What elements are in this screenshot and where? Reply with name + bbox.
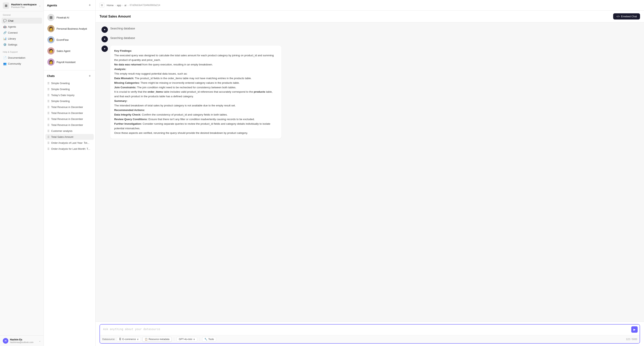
user-profile[interactable]: H Hashim Ea hashimea@outlook.com ⌄ xyxy=(0,336,44,346)
workspace-info: Hashim's workspace Premium Plan xyxy=(11,3,37,8)
community-icon: 👥 xyxy=(3,62,6,65)
paragraph-2: No data was returned from the query exec… xyxy=(114,63,213,66)
chat-content: ✦ Searching database ✦ Searching databas… xyxy=(96,22,644,322)
chat-item-label: Simple Greeting xyxy=(51,100,70,103)
send-button[interactable]: ▶ xyxy=(631,326,638,333)
general-label: General xyxy=(0,11,44,17)
paragraph-8: The intended breakdown of total sales by… xyxy=(114,104,236,107)
main-area: ⊟ Home › app › ai › 67a5feb3e472d4fe0660… xyxy=(96,0,644,346)
agent-name-ecomflow: EcomFlow xyxy=(56,38,69,41)
chat-item-order-lastmonth[interactable]: ☰ Order Analysis for Last Month: T... xyxy=(45,146,94,152)
add-agent-button[interactable]: + xyxy=(87,3,92,7)
ai-message-icon-2: ✦ xyxy=(102,36,108,42)
ecommerce-chip[interactable]: 🗄 E-commerce ∨ xyxy=(117,337,141,342)
sidebar-toggle-icon[interactable]: ⊟ xyxy=(100,3,104,7)
sidebar-item-documentation[interactable]: 📄 Documentation xyxy=(2,55,42,61)
chat-item-label: Simple Greeting xyxy=(51,82,70,85)
documentation-icon: 📄 xyxy=(3,56,6,59)
paragraph-10: Review Query Conditions: Ensure that the… xyxy=(114,118,255,121)
agent-item-sales-agent[interactable]: 🧑 Sales Agent xyxy=(45,45,94,56)
chat-item-rev-dec4[interactable]: ☰ Total Revenue in December xyxy=(45,122,94,128)
toolbar-right: 122 / 5000 xyxy=(626,338,637,341)
breadcrumb-ai[interactable]: ai xyxy=(124,4,126,7)
chat-list-icon: ☰ xyxy=(47,112,50,114)
chat-list-icon: ☰ xyxy=(47,106,50,109)
sidebar-item-agents-label: Agents xyxy=(8,25,16,28)
workspace-plan: Premium Plan xyxy=(11,6,37,8)
agents-icon: 🤖 xyxy=(3,25,6,28)
analysis-heading: Analysis: xyxy=(114,68,126,71)
paragraph-11: Further Investigation: Consider running … xyxy=(114,122,270,130)
chat-item-label: Total Revenue in December xyxy=(51,112,83,114)
sidebar-item-chat-label: Chat xyxy=(8,19,13,22)
toolbar-divider2 xyxy=(200,338,200,341)
chat-item-rev-dec2[interactable]: ☰ Total Revenue in December xyxy=(45,110,94,116)
workspace-header[interactable]: ⊞ Hashim's workspace Premium Plan ⌄ xyxy=(0,0,44,11)
sidebar-item-agents[interactable]: 🤖 Agents xyxy=(2,24,42,30)
summary-heading: Summary: xyxy=(114,99,127,102)
embed-icon: </> xyxy=(616,15,620,18)
chat-item-rev-dec1[interactable]: ☰ Total Revenue in December xyxy=(45,104,94,110)
tools-chip[interactable]: 🔧 Tools xyxy=(202,337,216,342)
agent-item-ecomflow[interactable]: 🧑 EcomFlow xyxy=(45,34,94,45)
chat-input[interactable] xyxy=(100,325,640,335)
add-chat-button[interactable]: + xyxy=(87,74,92,78)
model-chip-label: GPT-4o-mini xyxy=(179,338,192,341)
chat-item-label: Order Analysis of Last Year: Tot... xyxy=(51,141,89,144)
chat-item-total-sales[interactable]: ☰ Total Sales Amount xyxy=(45,134,94,140)
sidebar-item-connect-label: Connect xyxy=(8,31,18,34)
breadcrumb: ⊟ Home › app › ai › 67a5feb3e472d4fe0660… xyxy=(96,0,644,10)
content-title: Total Sales Amount xyxy=(100,14,131,18)
ecommerce-chevron-icon: ∨ xyxy=(137,338,139,341)
agent-name-personal-analyst: Personal Business Analyst xyxy=(56,27,87,30)
sidebar-item-connect[interactable]: 🔗 Connect xyxy=(2,30,42,35)
sidebar: ⊞ Hashim's workspace Premium Plan ⌄ Gene… xyxy=(0,0,44,346)
token-count: 122 / 5000 xyxy=(626,338,637,341)
chat-item-label: Total Sales Amount xyxy=(51,135,73,138)
resource-metadata-chip[interactable]: 📋 Resource metadata xyxy=(142,337,172,342)
chevron-icon: ⌄ xyxy=(39,4,41,7)
agent-name-payroll: Payroll Assistant xyxy=(56,61,76,64)
sidebar-item-library[interactable]: 📊 Library xyxy=(2,35,42,41)
paragraph-5: Missing Categories: There might be missi… xyxy=(114,81,240,84)
ecommerce-icon: 🗄 xyxy=(119,338,122,341)
chat-list-icon: ☰ xyxy=(47,130,50,132)
chat-item-order-lastyear[interactable]: ☰ Order Analysis of Last Year: Tot... xyxy=(45,140,94,146)
chat-icon: 💬 xyxy=(3,19,6,22)
chat-item-customer-analysis[interactable]: ☰ Customer analysis xyxy=(45,128,94,134)
embed-chat-button[interactable]: </> Emebed Chat xyxy=(613,13,640,19)
input-container: ▶ Datasource: 🗄 E-commerce ∨ 📋 Resource … xyxy=(100,324,640,344)
breadcrumb-home[interactable]: Home xyxy=(107,4,114,7)
resource-chip-label: Resource metadata xyxy=(149,338,170,341)
chat-item-simple3[interactable]: ☰ Simple Greeting xyxy=(45,98,94,104)
input-toolbar: Datasource: 🗄 E-commerce ∨ 📋 Resource me… xyxy=(100,335,640,343)
chat-item-rev-dec3[interactable]: ☰ Total Revenue in December xyxy=(45,116,94,122)
chat-list-icon: ☰ xyxy=(47,142,50,144)
chat-item-label: Today's Date Inquiry xyxy=(51,94,74,97)
sidebar-item-community-label: Community xyxy=(8,62,21,65)
agent-avatar-ecomflow: 🧑 xyxy=(47,36,54,43)
message-text-1: Searching database xyxy=(110,26,135,31)
paragraph-3: This empty result may suggest potential … xyxy=(114,72,188,75)
help-label: Help & Support xyxy=(0,48,44,54)
agents-panel: Agents + ⊞ Flowtrail AI 👩 Personal Busin… xyxy=(44,0,96,346)
chat-item-simple2[interactable]: ☰ Simple Greeting xyxy=(45,86,94,92)
message-bubble-3: Key Findings: The executed query was des… xyxy=(110,45,282,139)
sidebar-item-settings[interactable]: ⚙️ Settings xyxy=(2,41,42,47)
user-name: Hashim Ea xyxy=(10,338,37,341)
sidebar-item-chat[interactable]: 💬 Chat xyxy=(2,18,42,24)
sidebar-item-library-label: Library xyxy=(8,37,16,40)
message-row-1: ✦ Searching database xyxy=(102,26,638,33)
chat-item-todays-date[interactable]: ☰ Today's Date Inquiry xyxy=(45,92,94,98)
agent-item-payroll[interactable]: 👩 Payroll Assistant xyxy=(45,57,94,67)
model-chip[interactable]: GPT-4o-mini ∨ xyxy=(176,337,197,342)
chat-item-simple1[interactable]: ☰ Simple Greeting xyxy=(45,80,94,86)
chat-list-icon: ☰ xyxy=(47,136,50,138)
sidebar-item-community[interactable]: 👥 Community xyxy=(2,61,42,67)
chat-list-icon: ☰ xyxy=(47,88,50,91)
breadcrumb-app[interactable]: app xyxy=(117,4,121,7)
breadcrumb-id: 67a5feb3e472d4fe0660a214 xyxy=(130,4,160,6)
user-email: hashimea@outlook.com xyxy=(10,341,37,344)
agent-item-flowtrail[interactable]: ⊞ Flowtrail AI xyxy=(45,12,94,23)
agent-item-personal-analyst[interactable]: 👩 Personal Business Analyst xyxy=(45,23,94,34)
